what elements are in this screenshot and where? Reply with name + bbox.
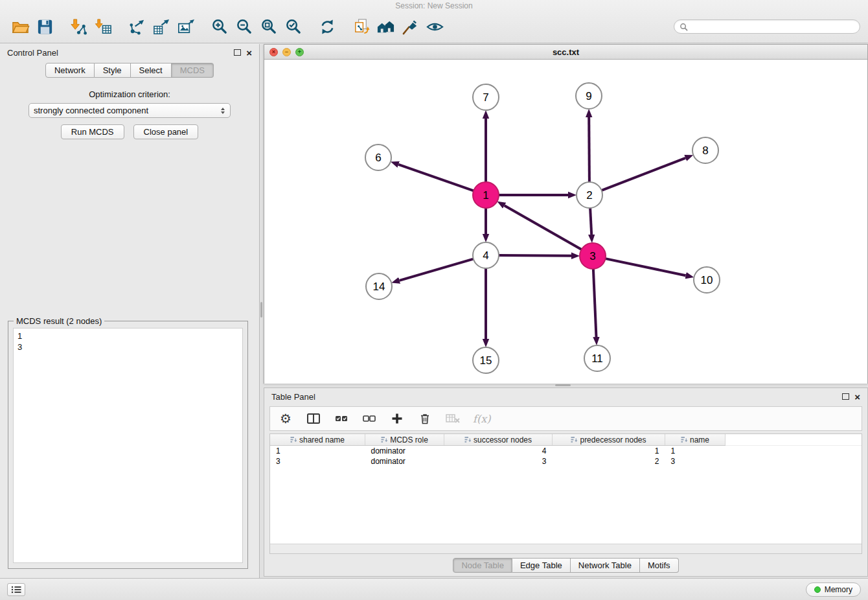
graph-node-10[interactable]: 10 [694,267,720,293]
memory-status-icon [814,586,821,593]
apply-layout-button[interactable] [315,14,339,39]
close-table-panel-icon[interactable]: × [854,392,860,402]
graph-edge-4-3[interactable] [499,255,571,256]
svg-text:3: 3 [589,250,595,262]
table-tab-edge-table[interactable]: Edge Table [512,558,571,573]
home-panel-button[interactable] [373,14,398,39]
export-network-icon [128,17,146,36]
close-panel-button[interactable]: Close panel [133,124,199,139]
graph-edge-4-14[interactable] [400,259,474,281]
column-header-shared-name[interactable]: shared name [270,434,365,446]
zoom-out-button[interactable] [232,14,257,39]
table-tab-motifs[interactable]: Motifs [640,558,679,573]
main-toolbar [0,12,868,41]
network-graph: 7968124314101511 [264,60,867,384]
table-toolbar: ⚙ [269,406,862,431]
table-panel-header: Table Panel × [264,388,867,405]
graph-edge-3-11[interactable] [593,269,597,337]
maximize-window-button[interactable]: + [295,48,304,56]
float-table-panel-icon[interactable] [842,393,849,400]
save-session-button[interactable] [32,14,57,39]
svg-text:6: 6 [375,152,381,164]
graph-node-8[interactable]: 8 [692,137,718,163]
graph-node-15[interactable]: 15 [473,347,499,373]
close-panel-icon[interactable]: × [246,48,252,58]
table-row[interactable]: 3dominator323 [270,456,862,467]
criterion-dropdown[interactable]: strongly connected component [29,103,231,118]
close-window-button[interactable]: × [269,48,278,56]
graph-edge-2-8[interactable] [602,158,685,190]
task-history-button[interactable] [7,583,25,596]
table-tab-network-table[interactable]: Network Table [571,558,640,573]
trash-icon [418,412,431,425]
refresh-icon [318,17,337,36]
run-mcds-button[interactable]: Run MCDS [61,124,124,139]
graph-node-7[interactable]: 7 [473,84,499,110]
control-panel-tab-mcds[interactable]: MCDS [172,63,214,78]
zoom-in-button[interactable] [207,14,232,39]
control-panel-title: Control Panel [7,48,58,58]
application-window: Session: New Session [0,0,868,600]
toggle-visibility-button[interactable] [422,14,447,39]
control-panel-tabs: NetworkStyleSelectMCDS [0,61,259,78]
graph-edge-3-10[interactable] [606,259,686,275]
table-settings-button[interactable]: ⚙ [278,410,293,428]
float-panel-icon[interactable] [234,49,241,56]
svg-text:9: 9 [586,90,591,102]
search-input[interactable] [691,21,854,32]
clone-network-button[interactable] [348,14,373,39]
column-header-MCDS-role[interactable]: MCDS role [365,434,444,446]
graph-node-4[interactable]: 4 [473,242,499,268]
export-image-button[interactable] [174,14,198,39]
import-network-button[interactable] [66,14,91,39]
table-panel: Table Panel × ⚙ [264,387,868,577]
column-header-predecessor-nodes[interactable]: predecessor nodes [553,434,665,446]
graph-edge-2-9[interactable] [589,117,589,182]
show-columns-button[interactable] [306,410,321,428]
table-cell: 1 [665,446,725,457]
graph-node-14[interactable]: 14 [366,273,392,299]
zoom-selected-icon [284,17,303,36]
dropdown-stepper-icon [221,108,225,114]
control-panel-tab-select[interactable]: Select [131,63,172,78]
export-network-button[interactable] [124,14,149,39]
function-builder-button[interactable]: f(x) [473,410,490,428]
memory-label: Memory [825,585,852,594]
table-tab-node-table[interactable]: Node Table [453,558,512,573]
control-panel-tab-style[interactable]: Style [95,63,131,78]
export-table-button[interactable] [149,14,174,39]
column-header-successor-nodes[interactable]: successor nodes [444,434,553,446]
graph-edge-2-3[interactable] [590,208,591,235]
graph-edge-1-6[interactable] [398,165,474,191]
svg-text:4: 4 [483,249,488,262]
task-list-icon [11,586,21,594]
table-panel-title: Table Panel [271,392,315,402]
splitter-grip [260,302,262,317]
zoom-fit-button[interactable] [257,14,281,39]
deselect-all-columns-button[interactable] [361,410,377,428]
delete-column-button[interactable] [417,410,433,428]
graph-node-3[interactable]: 3 [580,243,606,269]
create-column-button[interactable] [389,410,405,428]
graph-node-11[interactable]: 11 [584,345,610,371]
graph-edge-3-1[interactable] [505,205,582,249]
graph-node-6[interactable]: 6 [365,144,391,170]
search-field[interactable] [674,19,860,34]
open-session-button[interactable] [8,14,32,39]
table-cell: dominator [365,456,444,467]
graph-node-1[interactable]: 1 [473,182,499,208]
import-table-button[interactable] [91,14,115,39]
apply-style-button[interactable] [398,14,422,39]
zoom-selected-button[interactable] [281,14,306,39]
network-canvas[interactable]: 7968124314101511 [264,60,867,384]
graph-node-9[interactable]: 9 [576,83,602,109]
select-all-columns-button[interactable] [334,410,349,428]
table-horizontal-scrollbar[interactable] [270,544,862,553]
table-row[interactable]: 1dominator411 [270,446,862,457]
minimize-window-button[interactable]: − [282,48,291,56]
delete-table-button[interactable] [445,410,461,428]
control-panel-tab-network[interactable]: Network [45,63,95,78]
column-header-name[interactable]: name [665,434,725,446]
memory-button[interactable]: Memory [806,583,861,597]
graph-node-2[interactable]: 2 [577,182,602,208]
